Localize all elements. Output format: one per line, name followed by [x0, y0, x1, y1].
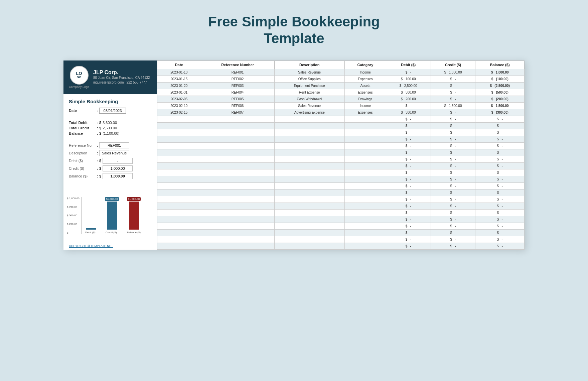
table-row-empty: $ - $ - $ -: [157, 223, 525, 229]
table-row: 2023-01-20 REF003 Equipment Purchase Ass…: [157, 82, 525, 89]
date-row: Date : 03/01/2023: [69, 108, 151, 114]
debit-value: -: [103, 158, 133, 164]
table-row-empty: $ - $ - $ -: [157, 162, 525, 169]
table-header-row: Date Reference Number Description Catego…: [157, 60, 525, 69]
col-debit: Debit ($): [386, 60, 431, 69]
description-value: Sales Revenue: [99, 150, 129, 156]
table-row-empty: $ - $ - $ -: [157, 169, 525, 176]
table-row: 2023-01-15 REF002 Office Supplies Expens…: [157, 76, 525, 82]
page-title: Free Simple Bookkeeping Template: [208, 13, 380, 47]
table-row-empty: $ - $ - $ -: [157, 229, 525, 236]
logo-label: Company Logo: [69, 85, 89, 89]
balance-detail-row: Balance ($) : $ 1,000.00: [69, 173, 151, 179]
ref-no-row: Reference No. : REF001: [69, 142, 151, 148]
table-row: 2023-02-10 REF006 Sales Revenue Income $…: [157, 102, 525, 109]
table-row-empty: $ - $ - $ -: [157, 203, 525, 209]
section-title: Simple Bookkeeping: [69, 99, 151, 104]
col-credit: Credit ($): [431, 60, 475, 69]
ref-no-value: REF001: [99, 142, 129, 148]
debit-row: Debit ($) : $ -: [69, 158, 151, 164]
company-address: 80 Juan Cir, San Francisco, CA 94132: [93, 76, 150, 80]
chart-area: $ 1,000.00 $ 750.00 $ 500.00 $ 250.00 $ …: [63, 194, 157, 242]
credit-bar: [107, 202, 117, 230]
table-row-empty: $ - $ - $ -: [157, 196, 525, 203]
balance-bar-group: $1,000.00 Balance ($): [127, 197, 141, 234]
description-row: Description : Sales Revenue: [69, 150, 151, 156]
copyright: COPYRIGHT @TEMPLATE.NET: [63, 242, 157, 250]
table-row-empty: $ - $ - $ -: [157, 182, 525, 189]
table-row-empty: $ - $ - $ -: [157, 156, 525, 162]
y-axis: $ 1,000.00 $ 750.00 $ 500.00 $ 250.00 $ …: [67, 197, 80, 240]
col-ref: Reference Number: [201, 60, 274, 69]
table-row-empty: $ - $ - $ -: [157, 236, 525, 243]
bar-chart: $ 1,000.00 $ 750.00 $ 500.00 $ 250.00 $ …: [67, 197, 153, 240]
credit-row: Credit ($) : $ 1,000.00: [69, 165, 151, 171]
company-info: JLP Corp. 80 Juan Cir, San Francisco, CA…: [93, 70, 150, 85]
company-name: JLP Corp.: [93, 70, 150, 76]
document-container: LO GO Company Logo JLP Corp. 80 Juan Cir…: [63, 60, 525, 250]
table-row-empty: $ - $ - $ -: [157, 176, 525, 182]
col-desc: Description: [274, 60, 344, 69]
table-row-empty: $ - $ - $ -: [157, 116, 525, 122]
col-cat: Category: [344, 60, 386, 69]
balance-detail-value: 1,000.00: [103, 173, 133, 179]
debit-bar: [86, 228, 96, 230]
table-row-empty: $ - $ - $ -: [157, 136, 525, 142]
bars-area: Debit ($) : $1,000.00 Credit ($) : $1,00…: [82, 197, 153, 234]
credit-value: 1,000.00: [103, 165, 133, 171]
ledger-table: Date Reference Number Description Catego…: [157, 60, 525, 250]
col-balance: Balance ($): [475, 60, 525, 69]
table-row-empty: $ - $ - $ -: [157, 149, 525, 156]
table-row-empty: $ - $ - $ -: [157, 122, 525, 129]
table-row: 2023-01-31 REF004 Rent Expense Expenses …: [157, 89, 525, 96]
summary-section: Total Debit : $ 3,600.00 Total Credit : …: [69, 121, 151, 135]
table-row-empty: $ - $ - $ -: [157, 216, 525, 223]
table-row: 2023-02-05 REF005 Cash Withdrawal Drawin…: [157, 96, 525, 102]
table-row-empty: $ - $ - $ -: [157, 129, 525, 136]
company-contact: inquire@jlpcorp.com | 222 555 7777: [93, 80, 150, 85]
right-panel: Date Reference Number Description Catego…: [157, 60, 525, 250]
company-logo: LO GO: [70, 66, 89, 85]
debit-bar-group: Debit ($) :: [85, 228, 97, 234]
balance-row: Balance : $ (1,100.00): [69, 131, 151, 135]
left-content: Simple Bookkeeping Date : 03/01/2023 Tot…: [63, 94, 157, 194]
total-debit-row: Total Debit : $ 3,600.00: [69, 121, 151, 125]
credit-bar-group: $1,000.00 Credit ($) :: [105, 197, 119, 234]
date-label: Date: [69, 109, 96, 113]
table-row-empty: $ - $ - $ -: [157, 209, 525, 216]
table-row: 2023-02-15 REF007 Advertising Expense Ex…: [157, 109, 525, 116]
balance-bar: [129, 202, 139, 230]
table-row-empty: $ - $ - $ -: [157, 189, 525, 196]
table-row-empty: $ - $ - $ -: [157, 243, 525, 249]
left-panel: LO GO Company Logo JLP Corp. 80 Juan Cir…: [63, 60, 157, 250]
col-date: Date: [157, 60, 201, 69]
date-value: 03/01/2023: [99, 108, 126, 114]
company-header: LO GO Company Logo JLP Corp. 80 Juan Cir…: [63, 60, 157, 94]
table-row: 2023-01-10 REF001 Sales Revenue Income $…: [157, 69, 525, 76]
table-row-empty: $ - $ - $ -: [157, 142, 525, 149]
total-credit-row: Total Credit : $ 2,500.00: [69, 126, 151, 130]
